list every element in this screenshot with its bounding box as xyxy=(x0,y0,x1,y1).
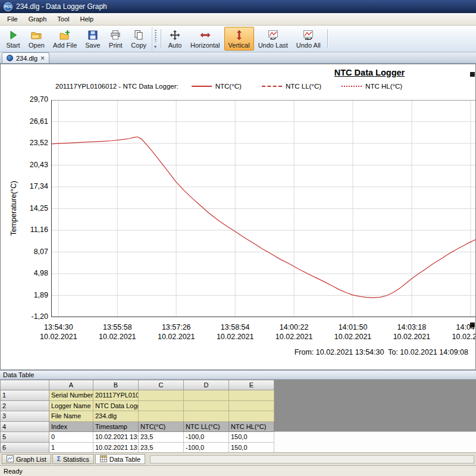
dashed-line-swatch-icon xyxy=(262,86,282,87)
x-tick-label: 13:58:5410.02.2021 xyxy=(211,323,259,342)
row-header-1[interactable]: 1 xyxy=(1,390,49,401)
cell[interactable]: 10.02.2021 13:... xyxy=(93,432,139,443)
grid-filler-light xyxy=(274,431,476,452)
start-button[interactable]: Start xyxy=(2,27,24,51)
grid-corner-cell[interactable] xyxy=(1,380,49,390)
plot-area[interactable] xyxy=(51,100,476,317)
col-header-e[interactable]: E xyxy=(229,380,274,390)
print-button[interactable]: Print xyxy=(104,27,127,51)
chart-title: NTC Data Logger xyxy=(310,68,429,77)
legend-series-prefix: 201117YPL0106012 - NTC Data Logger: xyxy=(55,83,178,90)
save-icon xyxy=(87,29,99,41)
row-header-3[interactable]: 3 xyxy=(1,411,49,422)
cell[interactable]: Serial Number xyxy=(49,390,93,401)
horizontal-scrollbar[interactable] xyxy=(150,455,474,464)
tab-data-table[interactable]: Data Table xyxy=(95,454,145,464)
row-header-2[interactable]: 2 xyxy=(1,400,49,411)
cell[interactable] xyxy=(229,411,274,422)
spreadsheet[interactable]: A B C D E 1 Serial Number 201117YPL010..… xyxy=(0,380,274,453)
toolbar-separator xyxy=(161,29,161,48)
cell[interactable]: 234.dlg xyxy=(93,411,139,422)
cell[interactable]: 23,5 xyxy=(139,432,184,443)
menu-tool[interactable]: Tool xyxy=(52,14,74,24)
row-header-5[interactable]: 5 xyxy=(1,432,49,443)
add-file-button[interactable]: Add File xyxy=(49,27,81,51)
cell[interactable]: 10.02.2021 13:... xyxy=(93,442,139,453)
chart-panel[interactable]: NTC Data Logger 201117YPL0106012 - NTC D… xyxy=(0,64,476,370)
open-folder-icon xyxy=(30,29,42,41)
graph-list-icon xyxy=(7,455,14,464)
legend-item-ntc: NTC(°C) xyxy=(192,83,242,90)
menu-graph[interactable]: Graph xyxy=(23,14,52,24)
tab-graph-list[interactable]: Graph List xyxy=(2,454,51,464)
horizontal-zoom-button[interactable]: Horizontal xyxy=(186,27,224,51)
chart-resize-handle-top[interactable] xyxy=(470,72,475,77)
cell[interactable]: -100,0 xyxy=(184,432,229,443)
legend-item-ntc-ll: NTC LL(°C) xyxy=(262,83,321,90)
cell[interactable]: Timestamp xyxy=(93,421,139,432)
add-file-icon xyxy=(59,29,71,41)
menu-bar: File Graph Tool Help xyxy=(0,13,476,26)
auto-zoom-button[interactable]: Auto xyxy=(164,27,186,51)
cell[interactable]: 150,0 xyxy=(229,432,274,443)
cell[interactable]: Logger Name xyxy=(49,400,93,411)
col-header-a[interactable]: A xyxy=(49,380,93,390)
cell[interactable] xyxy=(184,411,229,422)
x-tick-label: 13:57:2610.02.2021 xyxy=(152,323,200,342)
window-title: 234.dlg - Data Logger Graph xyxy=(16,2,107,11)
y-tick-label: 11,16 xyxy=(14,226,48,234)
col-header-c[interactable]: C xyxy=(139,380,184,390)
menu-help[interactable]: Help xyxy=(75,14,99,24)
legend-item-ntc-hl: NTC HL(°C) xyxy=(342,83,402,90)
open-button[interactable]: Open xyxy=(24,27,49,51)
cell[interactable]: -100,0 xyxy=(184,442,229,453)
chart-time-range: From: 10.02.2021 13:54:30 To: 10.02.2021… xyxy=(295,348,468,356)
table-row: 3 File Name 234.dlg xyxy=(1,411,274,422)
vertical-zoom-button[interactable]: Vertical xyxy=(224,27,254,51)
row-header-4[interactable]: 4 xyxy=(1,421,49,432)
x-tick-label: 14:03:1810.02.2021 xyxy=(388,323,436,342)
cell[interactable]: 150,0 xyxy=(229,442,274,453)
app-logo-icon: PCE xyxy=(4,2,12,11)
tab-234dlg[interactable]: 234.dlg × xyxy=(2,52,49,63)
toolbar-overflow-chevron[interactable]: ▾ xyxy=(152,27,158,51)
cell[interactable] xyxy=(139,411,184,422)
play-icon xyxy=(7,29,19,41)
cell[interactable]: Index xyxy=(49,421,93,432)
cell[interactable]: 23,5 xyxy=(139,442,184,453)
row-header-6[interactable]: 6 xyxy=(1,442,49,453)
undo-all-button[interactable]: Undo All xyxy=(292,27,325,51)
col-header-d[interactable]: D xyxy=(184,380,229,390)
cell[interactable]: File Name xyxy=(49,411,93,422)
table-row: 2 Logger Name NTC Data Logger xyxy=(1,400,274,411)
cell[interactable]: NTC Data Logger xyxy=(93,400,139,411)
y-tick-label: 17,34 xyxy=(14,182,48,190)
cell[interactable]: NTC HL(°C) xyxy=(229,421,274,432)
cell[interactable]: 0 xyxy=(49,432,93,443)
save-button[interactable]: Save xyxy=(81,27,104,51)
cell[interactable]: NTC LL(°C) xyxy=(184,421,229,432)
y-tick-label: 29,70 xyxy=(14,95,48,104)
undo-last-button[interactable]: Undo Last xyxy=(254,27,292,51)
cell[interactable]: 201117YPL010... xyxy=(93,390,139,401)
y-tick-label: 1,89 xyxy=(14,291,48,299)
cell[interactable]: NTC(°C) xyxy=(139,421,184,432)
cell[interactable] xyxy=(229,400,274,411)
tab-close-icon[interactable]: × xyxy=(40,55,45,61)
copy-icon xyxy=(133,29,145,41)
cell[interactable]: 1 xyxy=(49,442,93,453)
title-bar: PCE 234.dlg - Data Logger Graph xyxy=(0,0,476,13)
copy-button[interactable]: Copy xyxy=(127,27,151,51)
cell[interactable] xyxy=(139,400,184,411)
legend-label-ntc-ll: NTC LL(°C) xyxy=(286,83,321,90)
grid-header-row: A B C D E xyxy=(1,380,274,390)
col-header-b[interactable]: B xyxy=(93,380,139,390)
y-tick-label: 23,52 xyxy=(14,139,48,147)
cell[interactable] xyxy=(184,390,229,401)
dotted-line-swatch-icon xyxy=(342,86,362,87)
tab-statistics[interactable]: Σ Statistics xyxy=(52,454,94,464)
cell[interactable] xyxy=(229,390,274,401)
cell[interactable] xyxy=(184,400,229,411)
cell[interactable] xyxy=(139,390,184,401)
menu-file[interactable]: File xyxy=(2,14,23,24)
